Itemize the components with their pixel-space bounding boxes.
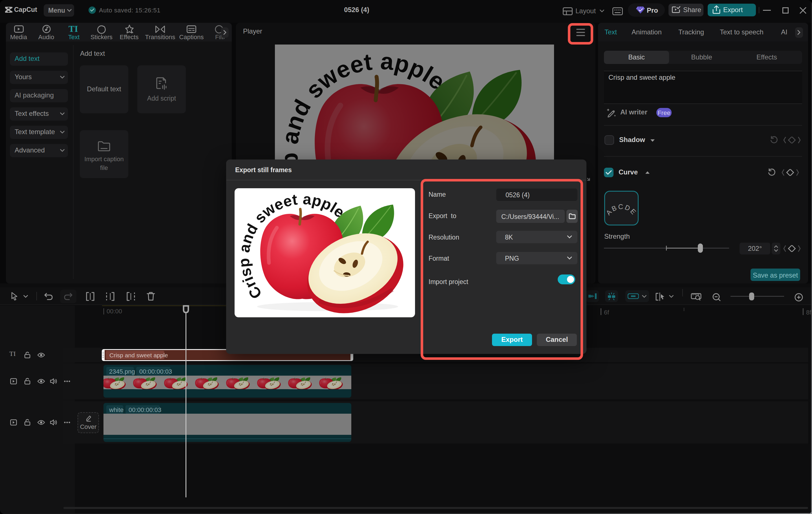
svg-text:ABCDE: ABCDE: [605, 203, 638, 216]
